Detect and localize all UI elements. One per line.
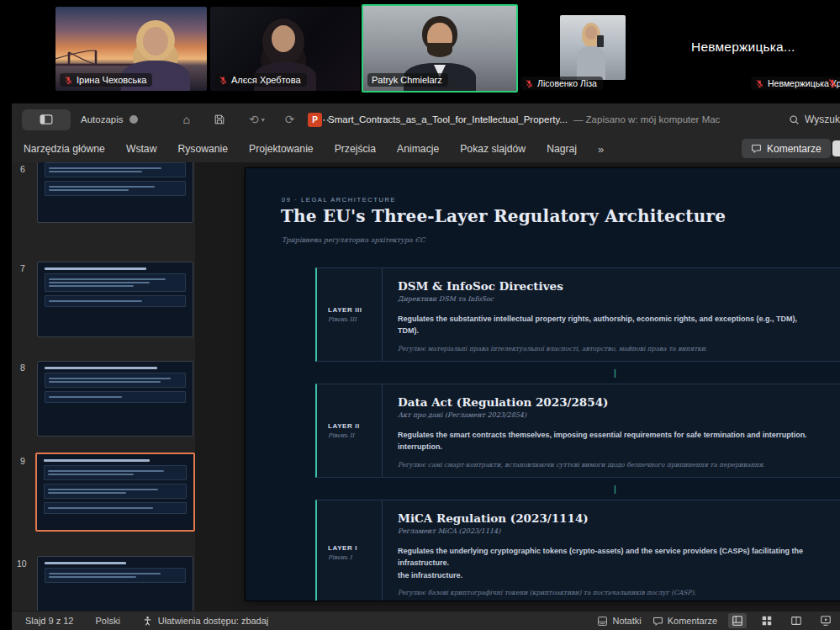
accessibility-button[interactable]: Ułatwienia dostępu: zbadaj — [142, 616, 268, 627]
slide-editor-surface[interactable]: 09 · LEGAL ARCHITECTURE The EU's Three-L… — [246, 168, 840, 601]
undo-icon[interactable]: ⟲ — [249, 114, 259, 125]
layer-body: Regulates the substantive intellectual p… — [398, 313, 827, 337]
thumb-box — [45, 373, 186, 388]
reading-view-icon — [790, 615, 802, 627]
participant-name: Ірина Чеховська — [77, 75, 146, 85]
tab-rysowanie[interactable]: Rysowanie — [177, 143, 228, 155]
document-title[interactable]: Smart_Contracts_as_a_Tool_for_Intellectu… — [328, 114, 568, 124]
slide-number: 9 — [20, 456, 25, 466]
mic-muted-icon — [525, 79, 534, 88]
comment-icon — [751, 143, 762, 154]
search-button[interactable]: Wyszukaj — [789, 103, 840, 135]
layer-content: MiCA Regulation (2023/1114) Регламент Mi… — [383, 500, 840, 601]
tab-wstaw[interactable]: Wstaw — [126, 143, 157, 155]
slide-thumbnail-6[interactable] — [37, 162, 193, 223]
slide-number: 8 — [20, 363, 25, 373]
tab-przejscia[interactable]: Przejścia — [335, 143, 376, 155]
layer-name: LAYER III — [328, 306, 382, 314]
slide-thumbnail-9-selected[interactable] — [35, 453, 195, 532]
slide-thumbnail-8[interactable] — [37, 361, 193, 437]
layer-name: LAYER II — [328, 422, 382, 430]
comments-button[interactable]: Komentarze — [652, 616, 717, 627]
thumb-title-line — [45, 562, 126, 564]
meeting-video-strip: Ірина Чеховська Алєся Хребтова — [0, 0, 840, 103]
layer-name-ua: Рівень I — [328, 554, 382, 561]
search-icon — [789, 114, 800, 125]
slide-subtitle: Трирівнева регуляторна архітектура ЄС — [282, 236, 425, 244]
layer-body: Regulates the smart contracts themselves… — [398, 429, 827, 453]
tab-nagraj[interactable]: Nagraj — [547, 143, 577, 155]
participant-video-tile[interactable] — [560, 15, 626, 80]
layer-row-1[interactable]: LAYER I Рівень I MiCA Regulation (2023/1… — [315, 500, 840, 601]
ribbon-comments-button[interactable]: Komentarze — [742, 139, 831, 158]
slide-title: The EU's Three-Layer Regulatory Architec… — [281, 206, 726, 226]
ribbon-overflow-chevron[interactable]: » — [598, 143, 604, 156]
autosave-toggle[interactable] — [129, 115, 138, 124]
slideshow-icon — [820, 615, 832, 627]
layer-content: Data Act (Regulation 2023/2854) Акт про … — [383, 384, 840, 477]
mic-muted-icon — [64, 76, 73, 85]
slide-number: 10 — [17, 559, 27, 569]
layer-body-ua: Регулює матеріальні права інтелектуально… — [398, 345, 827, 352]
notes-label: Notatki — [612, 616, 641, 626]
layer-heading: MiCA Regulation (2023/1114) — [398, 511, 827, 525]
mic-muted-icon — [827, 78, 837, 88]
slide-sorter-view-button[interactable] — [758, 613, 776, 628]
active-speaker-video-tile[interactable]: Patryk Chmielarz — [362, 4, 518, 93]
tab-animacje[interactable]: Animacje — [397, 143, 439, 155]
notes-button[interactable]: Notatki — [597, 616, 641, 627]
comments-label: Komentarze — [668, 616, 717, 626]
normal-view-button[interactable] — [728, 613, 747, 628]
slide-counter: Slajd 9 z 12 — [25, 616, 73, 626]
layer-content: DSM & InfoSoc Directives Директиви DSM т… — [383, 268, 840, 361]
thumb-box — [45, 391, 186, 403]
participant-name-badge: Ірина Чеховська — [60, 73, 152, 87]
share-button[interactable] — [832, 140, 840, 156]
slideshow-button[interactable] — [816, 613, 835, 628]
normal-view-icon — [732, 615, 743, 627]
tab-narzedzia-glowne[interactable]: Narzędzia główne — [24, 143, 105, 155]
thumb-box — [45, 568, 186, 583]
titlebar: Autozapis ⌂ ⟲ ▾ ⟳ ⋯ P Smart_Contracts_as… — [12, 103, 840, 135]
sidebar-icon — [40, 114, 53, 124]
comments-button-label: Komentarze — [767, 143, 822, 155]
participant-name: Лісовенко Ліза — [537, 78, 597, 88]
document-title-group: P Smart_Contracts_as_a_Tool_for_Intellec… — [308, 103, 720, 135]
home-icon[interactable]: ⌂ — [183, 114, 190, 125]
layer-row-2[interactable]: LAYER II Рівень II Data Act (Regulation … — [315, 384, 840, 478]
language-button[interactable]: Polski — [95, 616, 119, 626]
layer-row-3[interactable]: LAYER III Рівень III DSM & InfoSoc Direc… — [315, 267, 840, 362]
slide-number: 7 — [20, 263, 25, 273]
layer-name-ua: Рівень III — [328, 316, 382, 323]
save-icon[interactable] — [214, 114, 225, 125]
layer-heading-ua: Директиви DSM та InfoSoc — [398, 295, 827, 303]
undo-caret-icon[interactable]: ▾ — [262, 116, 265, 124]
slide-thumbnail-7[interactable] — [37, 262, 193, 337]
powerpoint-app-icon: P — [308, 113, 322, 127]
layer-label-column: LAYER II Рівень II — [317, 384, 383, 477]
participant-name-badge: Patryk Chmielarz — [367, 73, 448, 87]
participant-video-tile[interactable]: Ірина Чеховська — [55, 7, 207, 91]
mic-muted-icon — [755, 79, 764, 88]
reading-view-button[interactable] — [787, 613, 806, 628]
tab-projektowanie[interactable]: Projektowanie — [249, 143, 314, 155]
status-bar: Slajd 9 z 12 Polski Ułatwienia dostępu: … — [12, 611, 840, 630]
toolbar-toggle-button[interactable] — [22, 109, 71, 130]
avatar-beard — [427, 43, 452, 57]
autosave-label: Autozapis — [81, 114, 124, 124]
thumb-box — [44, 502, 187, 514]
tab-pokaz-slajdow[interactable]: Pokaz slajdów — [460, 143, 526, 155]
redo-icon[interactable]: ⟳ — [285, 114, 295, 125]
layer-body-ua: Регулює базові криптографічні токени (кр… — [398, 589, 827, 596]
layer-heading-ua: Регламент MiCA (2023/1114) — [398, 527, 827, 535]
ribbon-tab-bar: Narzędzia główne Wstaw Rysowanie Projekt… — [12, 135, 840, 163]
thumb-box — [45, 181, 186, 196]
layer-connector: | — [614, 484, 616, 494]
slide-thumbnail-10[interactable] — [37, 556, 193, 611]
thumb-box — [44, 484, 187, 499]
participant-video-tile[interactable]: Алєся Хребтова — [210, 7, 360, 91]
thumb-box — [45, 295, 186, 307]
layer-name: LAYER I — [328, 544, 382, 552]
participant-name: Алєся Хребтова — [231, 75, 301, 85]
slide-kicker: 09 · LEGAL ARCHITECTURE — [282, 196, 396, 204]
